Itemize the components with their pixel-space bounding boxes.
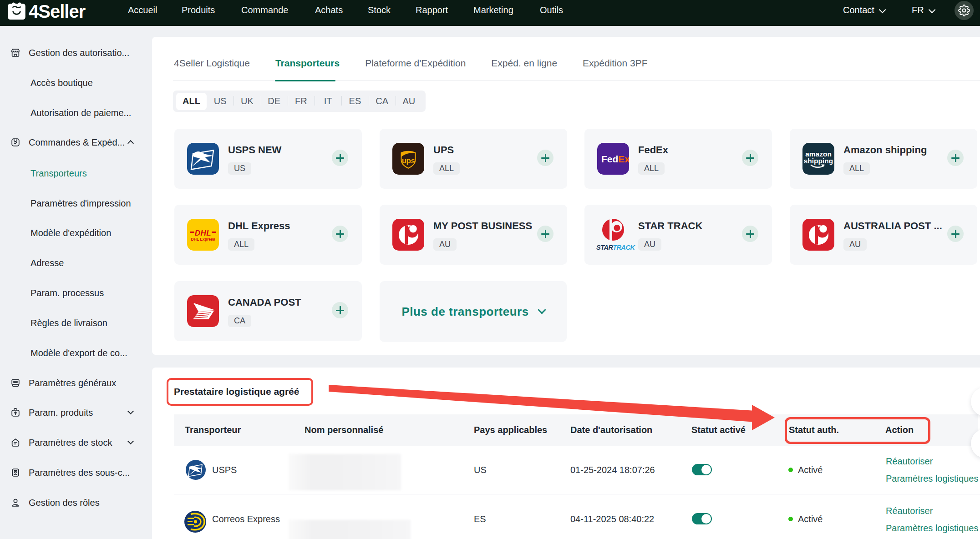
svg-text:DHL Express: DHL Express (191, 237, 215, 242)
svg-text:FedEx: FedEx (601, 154, 629, 164)
svg-text:DHL: DHL (195, 229, 211, 237)
svg-text:shipping: shipping (804, 157, 833, 165)
svg-text:ups: ups (402, 156, 415, 165)
svg-text:STARTRACK: STARTRACK (596, 244, 635, 251)
